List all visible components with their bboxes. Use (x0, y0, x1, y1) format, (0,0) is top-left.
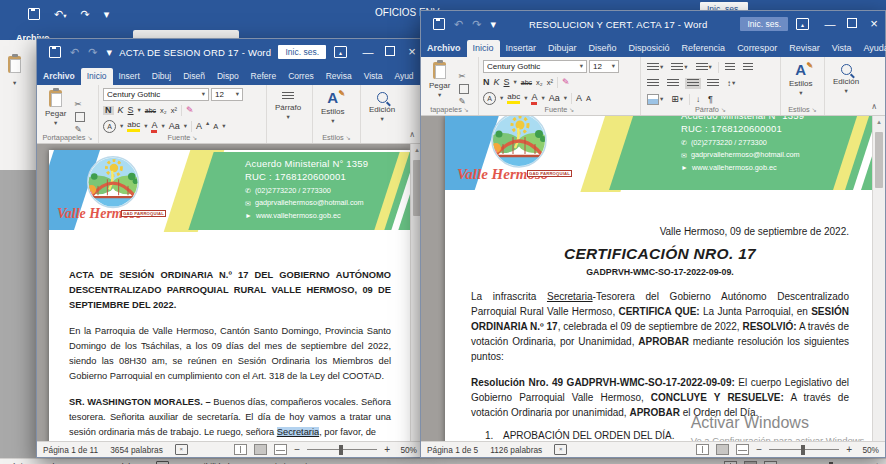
italic-button[interactable]: K (494, 78, 500, 87)
tab-diseno[interactable]: Diseñ (177, 68, 211, 85)
tab-disposicion[interactable]: Dispo (211, 68, 245, 85)
page-indicator[interactable]: Página 1 de 11 (43, 445, 98, 455)
qat-customize-icon[interactable]: ▾ (104, 9, 110, 20)
scroll-up-arrow[interactable]: ▴ (873, 116, 885, 128)
zoom-out-button[interactable]: − (294, 445, 300, 455)
tab-inicio[interactable]: Inicio (467, 40, 500, 57)
ribbon-display-options-icon[interactable]: ▴ (796, 18, 809, 30)
multilevel-list-button[interactable]: ▾ (694, 62, 714, 73)
sign-in-button[interactable]: Inic. ses. (740, 17, 788, 31)
subscript-button[interactable]: x₂ (160, 107, 167, 115)
maximize-button[interactable] (379, 39, 401, 65)
styles-button[interactable]: A✎ Estilos ▾ (785, 60, 817, 108)
format-painter-icon[interactable]: ✎ (459, 97, 469, 106)
zoom-percentage[interactable]: 50% (859, 445, 879, 455)
bold-button[interactable]: N (103, 106, 114, 115)
subscript-button[interactable]: x₂ (536, 79, 543, 87)
clipboard-dialog-launcher[interactable]: ↘ (464, 107, 469, 113)
maximize-button[interactable] (841, 11, 863, 37)
clear-formatting-icon[interactable]: ✎ (186, 106, 194, 115)
highlight-color-button[interactable]: abc (507, 93, 520, 104)
word-count[interactable]: 1126 palabras (490, 445, 542, 455)
underline-button[interactable]: S (128, 106, 134, 115)
page-indicator[interactable]: Página 1 de 5 (427, 445, 478, 455)
line-spacing-button[interactable]: ↕▾ (725, 79, 737, 89)
paste-icon[interactable] (8, 56, 21, 73)
text-effects-icon[interactable]: A (483, 92, 496, 105)
print-layout-button[interactable] (716, 444, 729, 455)
save-icon[interactable] (433, 18, 445, 30)
redo-icon[interactable]: ↷ (80, 9, 89, 20)
borders-button[interactable]: ⊞▾ (669, 94, 685, 105)
zoom-in-button[interactable]: + (384, 445, 390, 455)
font-color-button[interactable]: A (151, 121, 157, 133)
tab-inicio[interactable]: Inicio (81, 68, 113, 85)
proofing-errors-icon[interactable]: × (175, 444, 188, 455)
styles-dialog-launcher[interactable]: ↘ (812, 107, 817, 113)
numbering-button[interactable]: ▾ (669, 62, 689, 73)
shrink-font-button[interactable]: A (213, 123, 218, 131)
tab-vista[interactable]: Vista (358, 68, 389, 85)
undo-icon[interactable]: ↶ (454, 19, 463, 30)
web-layout-button[interactable] (274, 444, 287, 455)
grow-font-button[interactable]: A (576, 94, 582, 103)
tab-insertar[interactable]: Insert (113, 68, 146, 85)
sign-in-button[interactable]: Inic. ses. (278, 45, 326, 59)
cut-icon[interactable]: ✂ (459, 72, 469, 81)
clipboard-dialog-launcher[interactable]: ↘ (88, 135, 93, 141)
styles-button[interactable]: A✎ Estilos ▾ (317, 88, 349, 136)
minimize-button[interactable]: — (819, 11, 841, 37)
bullets-button[interactable]: ▾ (645, 62, 665, 73)
tab-dibujar[interactable]: Dibuj (146, 68, 177, 85)
tab-revisar[interactable]: Revisa (320, 68, 358, 85)
redo-icon[interactable]: ↷ (472, 19, 481, 30)
zoom-in-button[interactable]: + (846, 445, 852, 455)
minimize-button[interactable]: — (357, 39, 379, 65)
tab-correspondencia[interactable]: Corres (282, 68, 320, 85)
tab-archivo[interactable]: Archivo (421, 40, 467, 57)
editing-button[interactable]: Edición ▾ (365, 88, 399, 136)
zoom-percentage[interactable]: 50% (397, 445, 417, 455)
undo-icon[interactable]: ↶▾ (54, 9, 66, 20)
font-color-button[interactable]: A (531, 93, 537, 105)
change-case-button[interactable]: Aa (549, 94, 560, 103)
align-left-button[interactable] (645, 78, 661, 89)
align-center-button[interactable] (665, 78, 681, 89)
grow-font-button[interactable]: A (196, 122, 202, 131)
web-layout-button[interactable] (736, 444, 749, 455)
underline-button[interactable]: S (504, 78, 510, 87)
text-effects-icon[interactable]: A (103, 120, 116, 133)
highlight-color-button[interactable]: abc (127, 121, 140, 132)
read-mode-button[interactable] (696, 444, 709, 455)
font-dialog-launcher[interactable]: ↘ (192, 135, 197, 141)
copy-icon[interactable] (459, 84, 469, 94)
tab-insertar[interactable]: Insertar (500, 40, 543, 57)
increase-indent-button[interactable] (741, 62, 755, 73)
ribbon-display-options-icon[interactable]: ▴ (334, 46, 347, 58)
tab-referencias[interactable]: Referencia (676, 40, 732, 57)
italic-button[interactable]: K (118, 106, 124, 115)
decrease-indent-button[interactable] (723, 62, 737, 73)
tab-correspondencia[interactable]: Correspor (731, 40, 783, 57)
collapse-ribbon-icon[interactable]: ∧ (871, 102, 885, 115)
sort-button[interactable]: ↓ (694, 95, 702, 105)
font-dialog-launcher[interactable]: ↘ (569, 107, 574, 113)
font-name-combo[interactable]: Century Gothic▾ (103, 88, 209, 101)
font-size-combo[interactable]: 12▾ (211, 88, 243, 101)
tab-vista[interactable]: Vista (826, 40, 858, 57)
zoom-slider-thumb[interactable] (339, 445, 343, 455)
superscript-button[interactable]: x² (547, 79, 553, 87)
tab-disposicion[interactable]: Disposició (623, 40, 676, 57)
tab-dibujar[interactable]: Dibujar (542, 40, 583, 57)
zoom-slider[interactable] (307, 449, 377, 451)
zoom-slider-thumb[interactable] (801, 445, 805, 455)
justify-button[interactable] (685, 78, 701, 89)
document-page[interactable]: Acuerdo Ministerial N° 1359 RUC : 176812… (49, 150, 411, 441)
tab-ayuda[interactable]: Ayud (388, 68, 419, 85)
document-page[interactable]: Acuerdo Ministerial N° 1359 RUC : 176812… (445, 116, 875, 441)
strikethrough-button[interactable]: abc (145, 107, 156, 114)
scrollbar-thumb[interactable] (875, 132, 883, 188)
tab-ayuda[interactable]: Ayuda (858, 40, 886, 57)
font-name-combo[interactable]: Century Gothic▾ (483, 60, 587, 73)
save-icon[interactable] (28, 8, 40, 20)
